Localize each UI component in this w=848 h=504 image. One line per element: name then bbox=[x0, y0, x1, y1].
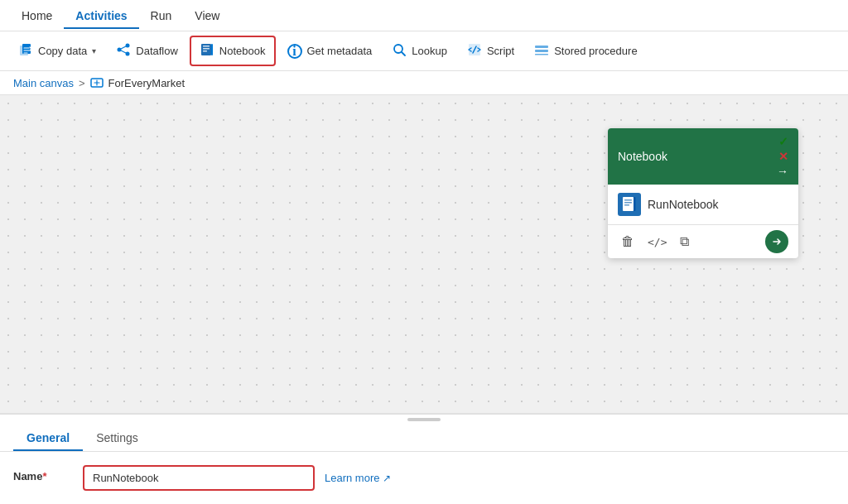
notebook-card: Notebook ✓ ✕ → RunNotebook 🗑 </> bbox=[608, 128, 798, 258]
notebook-activity-name: RunNotebook bbox=[648, 198, 719, 211]
required-marker: * bbox=[42, 470, 46, 482]
notebook-card-actions: 🗑 </> ⧉ bbox=[608, 225, 798, 258]
get-metadata-button[interactable]: i Get metadata bbox=[279, 39, 381, 64]
menu-bar: Home Activities Run View bbox=[0, 0, 848, 31]
notebook-label: Notebook bbox=[219, 45, 266, 57]
for-each-icon bbox=[90, 76, 104, 89]
name-field-wrapper: Learn more ↗ bbox=[83, 465, 391, 491]
svg-line-13 bbox=[402, 52, 405, 55]
dataflow-icon bbox=[116, 42, 131, 60]
tab-settings[interactable]: Settings bbox=[83, 425, 152, 451]
breadcrumb: Main canvas > ForEveryMarket bbox=[0, 71, 848, 95]
svg-rect-11 bbox=[211, 44, 213, 55]
script-icon bbox=[467, 42, 482, 60]
stored-procedure-label: Stored procedure bbox=[554, 45, 637, 57]
script-button[interactable]: Script bbox=[459, 37, 523, 65]
svg-rect-8 bbox=[203, 46, 210, 47]
panel-handle-bar bbox=[407, 418, 441, 421]
stored-procedure-button[interactable]: Stored procedure bbox=[526, 37, 645, 65]
lookup-label: Lookup bbox=[412, 45, 447, 57]
menu-item-view[interactable]: View bbox=[183, 2, 231, 29]
notebook-toolbar-icon bbox=[200, 42, 214, 60]
svg-rect-20 bbox=[623, 197, 634, 211]
code-action-icon[interactable]: </> bbox=[644, 233, 670, 252]
success-indicator[interactable]: ✓ bbox=[778, 135, 788, 148]
svg-rect-21 bbox=[624, 199, 632, 201]
svg-line-5 bbox=[121, 46, 126, 49]
panel-handle[interactable] bbox=[0, 415, 848, 425]
dataflow-label: Dataflow bbox=[136, 45, 178, 57]
copy-action-icon[interactable]: ⧉ bbox=[677, 231, 692, 252]
canvas-area[interactable]: Notebook ✓ ✕ → RunNotebook 🗑 </> bbox=[0, 95, 848, 413]
notebook-card-body: RunNotebook bbox=[608, 185, 798, 225]
external-link-icon: ↗ bbox=[383, 473, 391, 484]
copy-data-button[interactable]: Copy data ▾ bbox=[10, 37, 104, 65]
svg-rect-17 bbox=[535, 50, 548, 52]
copy-data-label: Copy data bbox=[38, 45, 87, 57]
menu-item-activities[interactable]: Activities bbox=[64, 2, 138, 29]
notebook-button[interactable]: Notebook bbox=[190, 36, 276, 66]
delete-action-icon[interactable]: 🗑 bbox=[618, 231, 638, 252]
stored-proc-icon bbox=[534, 42, 549, 60]
copy-data-icon bbox=[18, 42, 33, 60]
lookup-button[interactable]: Lookup bbox=[383, 37, 455, 65]
info-icon: i bbox=[287, 44, 302, 59]
notebook-card-header: Notebook ✓ ✕ → bbox=[608, 128, 798, 185]
name-field-label: Name* bbox=[13, 465, 63, 482]
learn-more-link[interactable]: Learn more ↗ bbox=[325, 472, 391, 484]
svg-point-2 bbox=[118, 48, 122, 52]
lookup-icon bbox=[392, 42, 407, 60]
svg-rect-18 bbox=[535, 54, 548, 55]
svg-point-3 bbox=[126, 44, 130, 48]
breadcrumb-separator: > bbox=[79, 77, 85, 89]
menu-item-home[interactable]: Home bbox=[10, 2, 64, 29]
svg-point-4 bbox=[126, 52, 130, 56]
svg-rect-23 bbox=[624, 204, 629, 206]
bottom-panel: General Settings Name* Learn more ↗ bbox=[0, 413, 848, 504]
breadcrumb-link[interactable]: Main canvas bbox=[13, 77, 74, 89]
go-button[interactable] bbox=[765, 230, 788, 253]
svg-rect-9 bbox=[203, 48, 210, 50]
script-label: Script bbox=[487, 45, 514, 57]
x-indicator[interactable]: ✕ bbox=[778, 150, 788, 163]
copy-data-dropdown-icon: ▾ bbox=[92, 46, 96, 55]
get-metadata-label: Get metadata bbox=[307, 45, 373, 57]
notebook-activity-icon bbox=[618, 193, 641, 216]
svg-rect-1 bbox=[22, 44, 31, 54]
menu-item-run[interactable]: Run bbox=[139, 2, 184, 29]
svg-rect-22 bbox=[624, 202, 632, 204]
arrow-indicator[interactable]: → bbox=[777, 165, 788, 178]
breadcrumb-current: ForEveryMarket bbox=[90, 76, 185, 89]
dataflow-button[interactable]: Dataflow bbox=[108, 37, 186, 65]
name-input[interactable] bbox=[83, 465, 315, 491]
svg-line-6 bbox=[121, 50, 126, 53]
panel-content: Name* Learn more ↗ bbox=[0, 452, 848, 504]
svg-rect-16 bbox=[535, 46, 548, 48]
panel-tabs: General Settings bbox=[0, 425, 848, 452]
tab-general[interactable]: General bbox=[13, 425, 83, 451]
svg-rect-24 bbox=[634, 197, 636, 211]
toolbar: Copy data ▾ Dataflow Notebook bbox=[0, 31, 848, 71]
notebook-card-title: Notebook bbox=[618, 150, 667, 163]
svg-rect-10 bbox=[203, 50, 207, 52]
